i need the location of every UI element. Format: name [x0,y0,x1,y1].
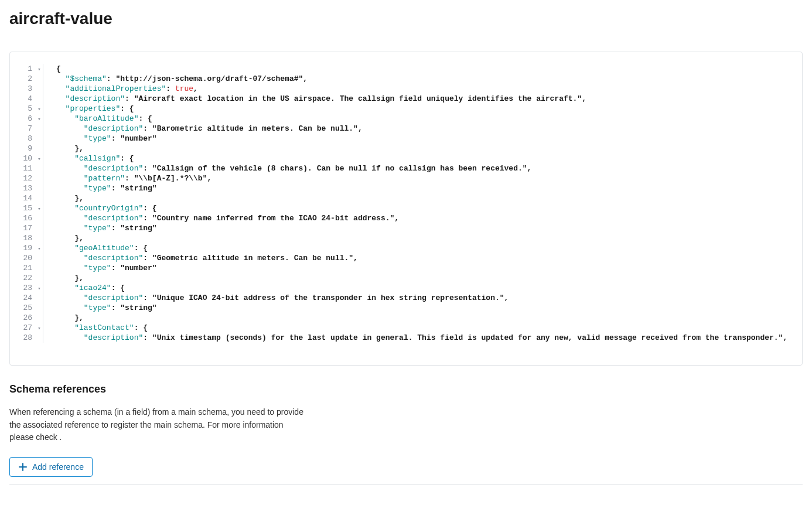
code-line[interactable]: 20 "description": "Geometric altitude in… [21,253,791,263]
gutter-divider [43,213,43,223]
code-line[interactable]: 26 }, [21,313,791,323]
code-line[interactable]: 11 "description": "Callsign of the vehic… [21,163,791,173]
line-number: 28 [21,333,36,343]
code-line[interactable]: 16 "description": "Country name inferred… [21,213,791,223]
code-content: "description": "Unique ICAO 24-bit addre… [56,293,509,303]
line-number: 14 [21,193,36,203]
code-line[interactable]: 9 }, [21,144,791,154]
line-number: 7 [21,124,36,134]
gutter-divider [43,64,43,74]
plus-icon [18,462,28,472]
add-reference-button-label: Add reference [32,462,84,472]
fold-marker[interactable]: ▾ [36,204,43,214]
code-content: }, [56,193,84,203]
line-number: 2 [21,74,36,84]
code-line[interactable]: 1▾{ [21,64,791,74]
code-line[interactable]: 19▾ "geoAltitude": { [21,243,791,253]
code-content: "description": "Country name inferred fr… [56,213,399,223]
line-number: 1 [21,64,36,74]
line-number: 19 [21,243,36,253]
gutter-divider [43,223,43,233]
line-number: 25 [21,303,36,313]
line-number: 16 [21,213,36,223]
code-line[interactable]: 4 "description": "Aircraft exact locatio… [21,94,791,104]
line-number: 4 [21,94,36,104]
code-line[interactable]: 28 "description": "Unix timestamp (secon… [21,333,791,343]
fold-marker[interactable]: ▾ [36,65,43,75]
line-number: 20 [21,253,36,263]
code-line[interactable]: 3 "additionalProperties": true, [21,84,791,94]
code-line[interactable]: 12 "pattern": "\\b[A-Z].*?\\b", [21,173,791,183]
line-number: 24 [21,293,36,303]
code-content: "type": "number" [56,263,157,273]
gutter-divider [43,243,43,253]
gutter-divider [43,263,43,273]
code-content: "description": "Barometric altitude in m… [56,124,363,134]
gutter-divider [43,313,43,323]
add-reference-button[interactable]: Add reference [9,457,93,477]
code-line[interactable]: 27▾ "lastContact": { [21,323,791,333]
code-line[interactable]: 10▾ "callsign": { [21,154,791,163]
code-line[interactable]: 25 "type": "string" [21,303,791,313]
fold-marker[interactable]: ▾ [36,115,43,125]
code-line[interactable]: 6▾ "baroAltitude": { [21,114,791,124]
gutter-divider [43,193,43,203]
code-line[interactable]: 15▾ "countryOrigin": { [21,203,791,213]
gutter-divider [43,173,43,183]
code-line[interactable]: 5▾ "properties": { [21,104,791,114]
code-content: "description": "Callsign of the vehicle … [56,163,531,173]
line-number: 11 [21,163,36,173]
gutter-divider [43,144,43,154]
code-line[interactable]: 17 "type": "string" [21,223,791,233]
code-content: "type": "string" [56,183,157,193]
fold-marker[interactable]: ▾ [36,155,43,165]
code-content: }, [56,273,84,283]
line-number: 26 [21,313,36,323]
code-content: "icao24": { [56,283,125,293]
code-content: "description": "Geometric altitude in me… [56,253,358,263]
code-content: }, [56,233,84,243]
line-number: 15 [21,203,36,213]
gutter-divider [43,303,43,313]
code-line[interactable]: 2 "$schema": "http://json-schema.org/dra… [21,74,791,84]
gutter-divider [43,233,43,243]
code-line[interactable]: 22 }, [21,273,791,283]
fold-marker[interactable]: ▾ [36,284,43,294]
fold-marker[interactable]: ▾ [36,244,43,254]
gutter-divider [43,203,43,213]
code-content: }, [56,313,84,323]
gutter-divider [43,134,43,144]
code-content: "$schema": "http://json-schema.org/draft… [56,74,308,84]
code-line[interactable]: 21 "type": "number" [21,263,791,273]
code-editor-panel: 1▾{2 "$schema": "http://json-schema.org/… [9,52,803,366]
line-number: 17 [21,223,36,233]
code-content: "pattern": "\\b[A-Z].*?\\b", [56,173,211,183]
code-editor-scroll[interactable]: 1▾{2 "$schema": "http://json-schema.org/… [10,52,802,365]
line-number: 3 [21,84,36,94]
code-content: "description": "Unix timestamp (seconds)… [56,333,787,343]
code-line[interactable]: 18 }, [21,233,791,243]
code-line[interactable]: 24 "description": "Unique ICAO 24-bit ad… [21,293,791,303]
code-line[interactable]: 23▾ "icao24": { [21,283,791,293]
gutter-divider [43,84,43,94]
divider [9,484,803,485]
code-line[interactable]: 8 "type": "number" [21,134,791,144]
code-editor-content[interactable]: 1▾{2 "$schema": "http://json-schema.org/… [21,64,791,343]
gutter-divider [43,253,43,263]
code-line[interactable]: 7 "description": "Barometric altitude in… [21,124,791,134]
code-line[interactable]: 14 }, [21,193,791,203]
line-number: 27 [21,323,36,333]
gutter-divider [43,74,43,84]
gutter-divider [43,283,43,293]
line-number: 12 [21,173,36,183]
code-content: "callsign": { [56,154,134,163]
gutter-divider [43,293,43,303]
schema-references-description: When referencing a schema (in a field) f… [9,406,308,444]
code-content: "additionalProperties": true, [56,84,198,94]
schema-references-heading: Schema references [9,383,803,395]
code-line[interactable]: 13 "type": "string" [21,183,791,193]
code-content: "countryOrigin": { [56,203,157,213]
fold-marker[interactable]: ▾ [36,324,43,334]
code-content: "description": "Aircraft exact location … [56,94,586,104]
fold-marker[interactable]: ▾ [36,105,43,115]
